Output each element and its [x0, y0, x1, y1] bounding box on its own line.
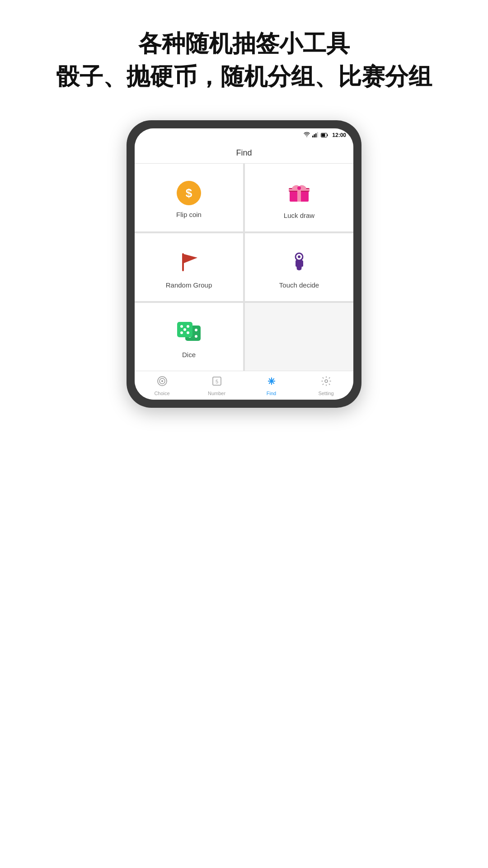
find-nav-label: Find	[267, 391, 276, 396]
app-bar: Find	[135, 142, 353, 164]
svg-rect-6	[327, 134, 328, 136]
svg-rect-18	[296, 260, 298, 267]
bottom-nav: Choice 5 Number	[135, 371, 353, 400]
svg-rect-5	[322, 133, 325, 137]
status-bar: 12:00	[135, 128, 353, 142]
choice-nav-icon	[157, 376, 168, 389]
coin-icon: $	[177, 181, 201, 205]
phone-screen: 12:00 Find $ Flip coin	[135, 128, 353, 400]
svg-point-29	[187, 331, 189, 334]
svg-point-13	[297, 186, 301, 190]
svg-text:5: 5	[215, 379, 218, 384]
grid-item-empty	[245, 303, 353, 371]
svg-point-39	[325, 380, 328, 382]
svg-point-28	[180, 331, 183, 334]
svg-point-26	[187, 325, 189, 328]
nav-item-choice[interactable]: Choice	[135, 371, 189, 400]
svg-rect-1	[314, 134, 315, 137]
touch-decide-label: Touch decide	[279, 281, 319, 289]
svg-rect-2	[315, 133, 317, 137]
svg-point-32	[161, 380, 163, 382]
svg-rect-3	[317, 132, 319, 137]
nav-item-number[interactable]: 5 Number	[189, 371, 244, 400]
page-wrapper: 各种随机抽签小工具 骰子、抛硬币，随机分组、比赛分组	[0, 0, 488, 868]
gift-icon	[287, 180, 311, 206]
flag-icon	[177, 250, 201, 276]
grid-container: $ Flip coin	[135, 164, 353, 371]
number-nav-label: Number	[208, 391, 225, 396]
grid-item-dice[interactable]: Dice	[135, 303, 243, 371]
choice-nav-label: Choice	[154, 391, 169, 396]
header-line2: 骰子、抛硬币，随机分组、比赛分组	[56, 60, 432, 93]
grid-item-random-group[interactable]: Random Group	[135, 233, 243, 301]
nav-item-find[interactable]: Find	[244, 371, 299, 400]
nav-item-setting[interactable]: Setting	[299, 371, 353, 400]
setting-nav-label: Setting	[318, 391, 333, 396]
status-time: 12:00	[332, 132, 346, 138]
status-bar-icons: 12:00	[304, 131, 346, 139]
wifi-icon	[304, 131, 310, 139]
grid-item-flip-coin[interactable]: $ Flip coin	[135, 164, 243, 231]
svg-point-23	[195, 335, 197, 338]
svg-rect-14	[182, 253, 184, 271]
signal-icon	[312, 131, 319, 139]
phone-frame: 12:00 Find $ Flip coin	[127, 120, 361, 408]
number-nav-icon: 5	[211, 376, 222, 389]
svg-point-16	[298, 255, 300, 258]
svg-point-27	[183, 328, 186, 331]
svg-rect-0	[312, 136, 314, 137]
find-nav-icon	[266, 376, 277, 389]
svg-point-25	[180, 325, 183, 328]
touch-icon	[287, 250, 311, 276]
app-bar-title: Find	[236, 148, 252, 157]
header-text: 各种随机抽签小工具 骰子、抛硬币，随机分组、比赛分组	[20, 27, 468, 93]
dice-icon	[175, 319, 202, 345]
grid-item-touch-decide[interactable]: Touch decide	[245, 233, 353, 301]
random-group-label: Random Group	[166, 281, 212, 289]
dice-label: Dice	[182, 351, 196, 359]
luck-draw-label: Luck draw	[284, 212, 314, 219]
flip-coin-label: Flip coin	[176, 211, 202, 218]
setting-nav-icon	[321, 376, 332, 389]
svg-point-21	[195, 329, 197, 331]
header-line1: 各种随机抽签小工具	[56, 27, 432, 60]
battery-icon	[321, 131, 328, 139]
svg-rect-17	[301, 260, 303, 267]
grid-item-luck-draw[interactable]: Luck draw	[245, 164, 353, 231]
